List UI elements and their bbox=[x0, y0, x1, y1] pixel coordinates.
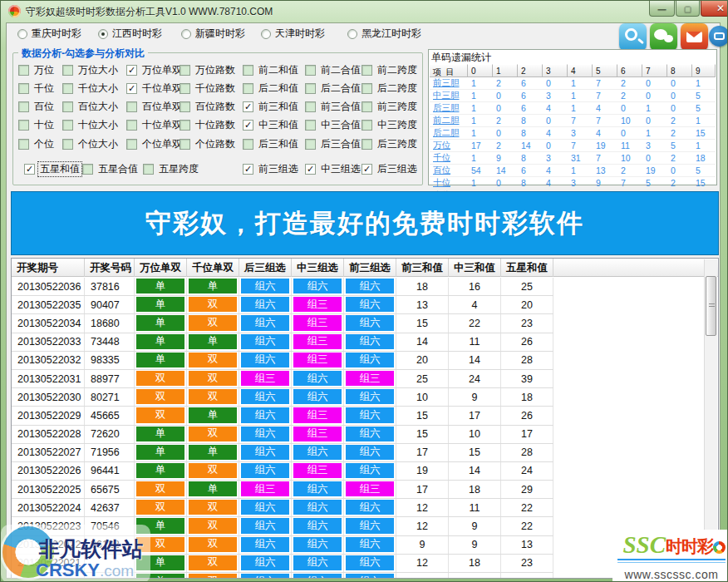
checkbox-option[interactable]: 前二跨度 bbox=[362, 64, 419, 76]
checkbox-option[interactable]: 十位大小 bbox=[62, 119, 120, 131]
stats-value: 0 bbox=[543, 78, 568, 88]
column-header[interactable]: 后三组选 bbox=[239, 259, 292, 277]
table-cell: 单 bbox=[187, 278, 239, 295]
title-bar[interactable]: 守彩奴超级时时彩数据分析工具V1.0 WWW.78710.COM — ▢ ✕ bbox=[1, 1, 728, 21]
checkbox-option[interactable]: ✓千位单双 bbox=[126, 82, 184, 94]
stats-header-cell[interactable]: 0 bbox=[468, 64, 493, 77]
stats-header-cell[interactable]: 1 bbox=[493, 64, 518, 77]
close-button[interactable]: ✕ bbox=[701, 1, 728, 17]
checkbox-option[interactable]: 中三跨度 bbox=[362, 119, 419, 131]
stats-value: 1 bbox=[468, 91, 493, 101]
checkbox-option[interactable]: ✓五星和值 bbox=[24, 163, 81, 175]
qq-search-icon[interactable] bbox=[619, 23, 647, 51]
table-row[interactable]: 2013052202565675双单组三组六组三171829 bbox=[12, 481, 553, 499]
table-cell: 72620 bbox=[85, 426, 135, 443]
checkbox-option[interactable]: 个位路数 bbox=[180, 138, 237, 150]
stats-header-cell[interactable]: 2 bbox=[518, 64, 543, 77]
table-row[interactable]: 2013052203418680单双组六组三组六152223 bbox=[12, 314, 553, 333]
lottery-option[interactable]: 江西时时彩 bbox=[98, 27, 162, 41]
table-row[interactable]: 2013052203373448单单组六组三组六141126 bbox=[12, 333, 553, 352]
checkbox-option[interactable]: ✓中三组选 bbox=[305, 163, 362, 175]
column-header[interactable]: 前三组选 bbox=[344, 259, 396, 277]
checkbox-option[interactable]: 个位 bbox=[18, 138, 56, 150]
checkbox-option[interactable]: ✓万位单双 bbox=[126, 64, 184, 76]
lottery-option[interactable]: 黑龙江时时彩 bbox=[347, 27, 421, 41]
checkbox-option[interactable]: 十位路数 bbox=[180, 119, 237, 131]
checkbox-option[interactable]: 后三跨度 bbox=[362, 138, 419, 150]
checkbox-option[interactable]: 五星跨度 bbox=[143, 163, 200, 175]
stats-value: 9 bbox=[493, 153, 518, 163]
table-row[interactable]: 2013052203188977双双组三组六组三252439 bbox=[12, 370, 553, 388]
checkbox-option[interactable]: ✓后三组选 bbox=[362, 163, 419, 175]
checkbox-option[interactable]: 前三合值 bbox=[305, 101, 362, 112]
checkbox-option[interactable]: 中三合值 bbox=[305, 119, 362, 131]
checkbox-option[interactable]: 五星合值 bbox=[82, 163, 140, 175]
checkbox-option[interactable]: 千位路数 bbox=[180, 82, 237, 94]
checkbox-option[interactable]: 后三合值 bbox=[305, 138, 362, 150]
stats-header-cell[interactable]: 3 bbox=[543, 64, 568, 77]
table-row[interactable]: 2013052202872620单双组六组三组六151017 bbox=[12, 426, 553, 444]
checkbox-option[interactable]: 后二合值 bbox=[305, 82, 362, 94]
table-row[interactable]: 2013052203298335单双组六组三组六201428 bbox=[12, 352, 553, 370]
checkbox-option[interactable]: 万位 bbox=[18, 64, 56, 76]
stats-header-cell[interactable]: 6 bbox=[617, 64, 642, 77]
stats-header-cell[interactable]: 7 bbox=[642, 64, 667, 77]
checkbox-option[interactable]: 百位 bbox=[18, 101, 56, 112]
table-row[interactable]: 2013052202696441单双组六组三组六191424 bbox=[12, 462, 553, 481]
stats-header-cell[interactable]: 8 bbox=[667, 64, 692, 77]
checkbox-option[interactable]: 后三和值 bbox=[243, 138, 300, 150]
checkbox-option[interactable]: 后二跨度 bbox=[362, 82, 419, 94]
table-row[interactable]: 2013052203637816单单组六组六组六181625 bbox=[12, 278, 553, 296]
checkbox-option[interactable]: 百位单双 bbox=[126, 101, 184, 112]
checkbox-option[interactable]: 万位路数 bbox=[180, 64, 237, 76]
column-header[interactable]: 开奖号码 bbox=[85, 259, 135, 277]
minimize-button[interactable]: — bbox=[649, 1, 675, 17]
checkbox-option[interactable]: 个位单双 bbox=[126, 138, 184, 150]
checkbox-option[interactable]: 后二和值 bbox=[243, 82, 300, 94]
wechat-icon[interactable] bbox=[650, 23, 677, 51]
stats-header-cell[interactable]: 9 bbox=[692, 64, 716, 77]
stats-header-cell[interactable]: 4 bbox=[568, 64, 593, 77]
column-header[interactable]: 中三组选 bbox=[292, 259, 344, 277]
checkbox-option[interactable]: 百位路数 bbox=[180, 101, 237, 112]
checkbox-option[interactable]: 十位单双 bbox=[126, 119, 184, 131]
checkbox-label: 个位 bbox=[32, 137, 56, 151]
checkbox-option[interactable]: ✓前三和值 bbox=[243, 101, 300, 112]
column-header[interactable]: 万位单双 bbox=[135, 259, 187, 277]
column-header[interactable]: 前三和值 bbox=[396, 259, 449, 277]
column-header[interactable]: 千位单双 bbox=[187, 259, 239, 277]
checkbox-option[interactable]: 个位大小 bbox=[62, 138, 120, 150]
checkbox-option[interactable]: 前二合值 bbox=[305, 64, 362, 76]
messenger-icon[interactable] bbox=[709, 26, 728, 47]
category-badge: 组六 bbox=[293, 518, 342, 533]
stats-header-cell[interactable]: 项 目 bbox=[430, 64, 468, 77]
checkbox-option[interactable]: 千位 bbox=[18, 82, 56, 94]
promo-banner-text: 守彩奴，打造最好的免费时时彩软件 bbox=[145, 206, 584, 241]
table-cell: 双 bbox=[187, 426, 239, 443]
column-header[interactable]: 开奖期号 bbox=[12, 259, 85, 277]
lottery-option[interactable]: 重庆时时彩 bbox=[17, 27, 81, 41]
table-row[interactable]: 2013052202945665双单组六组三组六151726 bbox=[12, 407, 553, 425]
lottery-option[interactable]: 新疆时时彩 bbox=[181, 27, 245, 41]
table-row[interactable]: 2013052202771956单单组六组六组六171528 bbox=[12, 444, 553, 462]
checkbox-option[interactable]: ✓中三和值 bbox=[243, 119, 300, 131]
checkbox-option[interactable]: ✓前三组选 bbox=[243, 163, 300, 175]
stats-value: 1 bbox=[692, 116, 716, 126]
table-row[interactable]: 2013052202442637双双组六组六组六121122 bbox=[12, 499, 553, 517]
checkbox-option[interactable]: 十位 bbox=[18, 119, 56, 131]
stats-header-cell[interactable]: 5 bbox=[593, 64, 617, 77]
checkbox-option[interactable]: 前三跨度 bbox=[362, 101, 419, 112]
scrollbar-thumb[interactable] bbox=[706, 276, 716, 336]
mail-icon[interactable] bbox=[681, 23, 708, 51]
category-badge: 双 bbox=[136, 389, 184, 404]
table-row[interactable]: 2013052203590407单双组六组三组六13420 bbox=[12, 296, 553, 314]
checkbox-option[interactable]: 前二和值 bbox=[243, 64, 300, 76]
column-header[interactable]: 中三和值 bbox=[449, 259, 501, 277]
checkbox-option[interactable]: 百位大小 bbox=[62, 101, 120, 112]
category-badge: 双 bbox=[189, 574, 237, 579]
table-row[interactable]: 2013052203080271双双组六组六组六10918 bbox=[12, 388, 553, 407]
checkbox-option[interactable]: 千位大小 bbox=[62, 82, 120, 94]
lottery-option[interactable]: 天津时时彩 bbox=[261, 27, 325, 41]
column-header[interactable]: 五星和值 bbox=[501, 259, 553, 277]
checkbox-option[interactable]: 万位大小 bbox=[62, 64, 120, 76]
